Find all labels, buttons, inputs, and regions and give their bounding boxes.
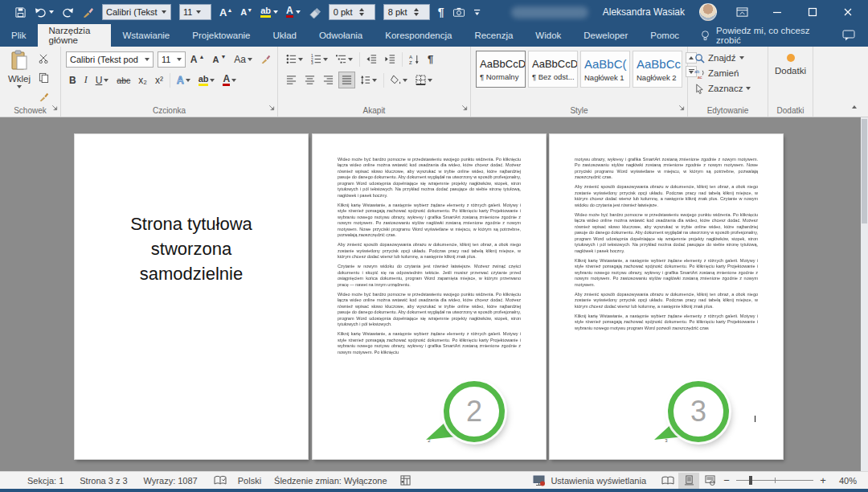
font-color-button[interactable]: A [219,72,240,88]
strikethrough-button[interactable]: abc [113,72,133,88]
read-mode-icon[interactable] [657,473,678,489]
spacing-after-spinner[interactable]: 8 pkt [383,4,430,20]
bullets-caret[interactable] [298,58,303,61]
show-marks-button[interactable]: ¶ [424,51,436,68]
style-card[interactable]: AaBbCcDc ¶ Bez odst... [528,51,578,88]
spin-down-caret[interactable] [359,13,364,16]
shading-caret[interactable] [403,79,407,82]
maximize-icon[interactable] [802,7,823,17]
shrink-font-icon[interactable]: A▼ [240,7,252,17]
web-layout-icon[interactable] [699,473,720,489]
numbering-caret[interactable] [323,58,328,61]
ribbon-tab[interactable]: Narzędzia główne [38,24,112,47]
find-button[interactable]: Znajdź [694,51,768,64]
eraser-icon[interactable] [309,6,321,18]
cut-icon[interactable] [39,52,49,67]
replace-button[interactable]: Zamień [694,67,768,80]
scrollbar-thumb[interactable] [862,119,867,223]
spin-up-caret[interactable] [414,8,419,11]
superscript-button[interactable]: x² [152,72,166,88]
justify-button[interactable] [338,72,355,88]
font-size-combo[interactable]: 11 [158,51,186,68]
sort-button[interactable] [406,51,423,68]
case-caret[interactable] [248,58,252,61]
zoom-in-button[interactable]: + [817,474,829,486]
font-color-icon[interactable]: A [286,6,301,18]
underline-caret[interactable] [104,79,108,82]
numbering-button[interactable] [308,51,331,68]
ribbon-tab[interactable]: Odwołania [308,24,374,47]
style-card[interactable]: AaBbCcD Nagłówek 2 [633,51,682,88]
qat-font-name-combo[interactable]: Calibri (Tekst [102,4,171,20]
status-track-changes[interactable]: Śledzenie zmian: Wyłączone [274,476,387,486]
ribbon-tab[interactable]: Recenzja [463,24,524,47]
status-page[interactable]: Strona 3 z 3 [80,476,127,486]
align-center-button[interactable] [301,72,318,88]
grow-font-button[interactable]: A▲ [187,51,208,68]
user-avatar[interactable] [699,3,717,21]
text-effects-button[interactable]: A [174,72,194,88]
underline-button[interactable]: U [92,72,113,88]
undo-dropdown-caret[interactable] [49,10,54,14]
ribbon-tab[interactable]: Widok [524,24,572,47]
highlight-button[interactable]: ab [195,72,219,88]
format-painter-icon[interactable] [82,6,94,18]
bullets-button[interactable] [283,51,306,68]
addins-button[interactable]: Dodatki [768,47,813,76]
zoom-out-button[interactable]: − [720,474,733,486]
font-name-combo[interactable]: Calibri (Tekst pod [66,51,154,68]
redo-icon[interactable] [62,6,74,18]
proofing-icon[interactable] [214,475,227,486]
comments-icon[interactable] [842,24,868,47]
multilevel-caret[interactable] [348,58,353,61]
shading-button[interactable] [387,72,411,88]
spin-up-caret[interactable] [359,8,364,11]
align-left-button[interactable] [283,72,300,88]
zoom-slider-thumb[interactable] [749,476,752,485]
font-color-caret[interactable] [231,79,236,82]
size-combo-caret[interactable] [196,10,201,14]
clear-formatting-button[interactable] [257,51,274,68]
font-combo-caret[interactable] [162,10,166,14]
copy-icon[interactable] [39,72,49,86]
ribbon-tab[interactable]: Układ [262,24,308,47]
format-painter-icon[interactable] [39,91,49,105]
italic-button[interactable]: I [81,72,91,88]
clipboard-dialog-launcher-icon[interactable] [51,100,58,114]
close-icon[interactable] [837,7,858,17]
shrink-font-button[interactable]: A▼ [209,51,229,68]
combo-caret[interactable] [177,58,182,61]
spin-down-caret[interactable] [414,13,419,16]
ribbon-tab[interactable]: Deweloper [572,24,639,47]
macro-record-icon[interactable] [400,475,411,486]
ribbon-tab[interactable]: Plik [0,24,38,47]
line-spacing-button[interactable] [357,72,380,88]
increase-indent-button[interactable] [382,51,399,68]
qat-customize-icon[interactable] [473,9,482,16]
decrease-indent-button[interactable] [363,51,380,68]
qat-font-size-combo[interactable]: 11 [179,4,211,20]
minimize-icon[interactable] [767,7,788,17]
status-language[interactable]: Polski [238,476,261,486]
borders-caret[interactable] [428,79,432,82]
bold-button[interactable]: B [66,72,80,88]
status-words[interactable]: Wyrazy: 1087 [144,476,198,486]
ribbon-tab[interactable]: Projektowanie [181,24,261,47]
ribbon-display-options-icon[interactable] [731,7,752,18]
select-caret[interactable] [746,87,751,90]
grow-font-icon[interactable]: A▲ [219,6,232,18]
borders-button[interactable] [412,72,436,88]
find-caret[interactable] [739,56,744,59]
status-section[interactable]: Sekcja: 1 [27,476,63,486]
page-1[interactable]: Strona tytułowa stworzona samodzielnie [75,134,308,459]
collapse-ribbon-icon[interactable] [852,97,857,112]
combo-caret[interactable] [145,58,149,61]
undo-icon[interactable] [35,6,54,18]
font-color-caret[interactable] [296,10,301,14]
highlight-caret[interactable] [210,79,215,82]
save-icon[interactable] [14,6,27,18]
highlight-caret[interactable] [273,10,278,14]
select-button[interactable]: Zaznacz [694,82,768,95]
display-settings-button[interactable]: Ustawienia wyświetlania [533,475,646,486]
align-right-button[interactable] [320,72,337,88]
